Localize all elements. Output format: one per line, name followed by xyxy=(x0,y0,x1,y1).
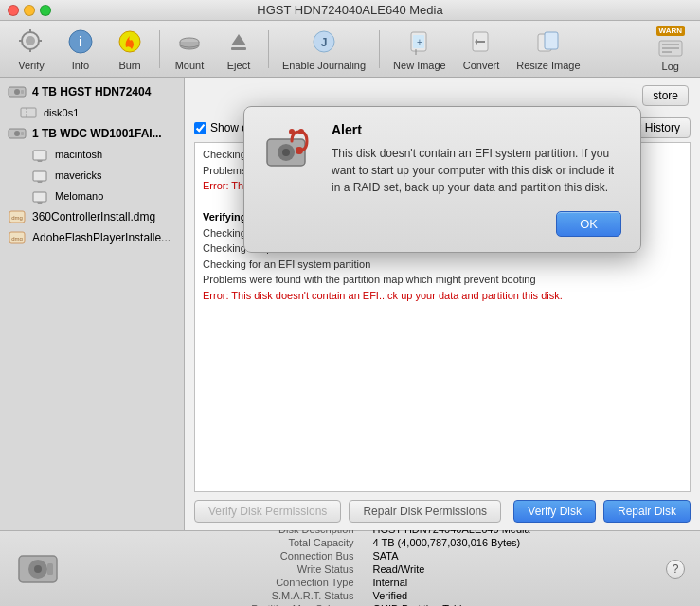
total-cap-label: Total Capacity xyxy=(76,537,354,548)
disk-icon xyxy=(8,84,27,99)
dmg-icon-adobe: dmg xyxy=(8,230,27,245)
svg-rect-35 xyxy=(33,171,46,181)
sidebar-4tb-label: 4 TB HGST HDN72404 xyxy=(32,85,151,98)
toolbar-mount[interactable]: Mount xyxy=(166,23,213,75)
svg-rect-33 xyxy=(21,132,24,135)
toolbar-new-image[interactable]: + New Image xyxy=(386,23,454,75)
sidebar-macintosh-label: macintosh xyxy=(55,149,102,160)
log-icon xyxy=(657,39,684,58)
toolbar-info[interactable]: i Info xyxy=(57,23,104,75)
svg-text:J: J xyxy=(321,36,328,49)
window-title: HGST HDN724040ALE640 Media xyxy=(257,3,442,17)
toolbar-verify[interactable]: Verify xyxy=(8,23,55,75)
sidebar-1tb-label: 1 TB WDC WD1001FAI... xyxy=(32,127,162,140)
toolbar-resize-image[interactable]: Resize Image xyxy=(509,23,587,75)
toolbar-enable-journaling[interactable]: J Enable Journaling xyxy=(275,23,373,75)
resize-image-icon xyxy=(533,27,564,57)
svg-rect-29 xyxy=(21,108,36,117)
dmg-icon-360: dmg xyxy=(8,209,27,224)
statusbar: Disk Description HGST HDN724040ALE640 Me… xyxy=(0,530,700,606)
sidebar: 4 TB HGST HDN72404 disk0s1 1 TB WDC WD10… xyxy=(0,78,185,530)
resize-image-label: Resize Image xyxy=(516,60,580,71)
mount-icon xyxy=(174,27,205,57)
partition-map-label: Partition Map Scheme xyxy=(76,603,354,607)
sidebar-adobe-label: AdobeFlashPlayerInstalle... xyxy=(32,231,171,244)
verify-label: Verify xyxy=(18,60,45,71)
svg-point-47 xyxy=(298,129,304,134)
help-button[interactable]: ? xyxy=(666,560,685,579)
alert-icon xyxy=(260,122,320,183)
eject-icon xyxy=(224,27,254,57)
new-image-label: New Image xyxy=(393,60,446,71)
wdc-disk-icon xyxy=(8,126,27,141)
close-button[interactable] xyxy=(8,5,19,16)
smart-status-label: S.M.A.R.T. Status xyxy=(76,590,354,601)
svg-point-43 xyxy=(282,149,290,156)
total-cap-value: 4 TB (4,000,787,030,016 Bytes) xyxy=(373,537,652,548)
svg-rect-21 xyxy=(545,32,558,49)
svg-marker-11 xyxy=(231,34,246,45)
svg-rect-12 xyxy=(231,47,246,50)
svg-point-50 xyxy=(34,565,42,573)
svg-text:dmg: dmg xyxy=(11,215,23,221)
svg-text:i: i xyxy=(79,34,82,49)
smart-status-value: Verified xyxy=(373,590,652,601)
burn-label: Burn xyxy=(118,60,140,71)
svg-rect-34 xyxy=(33,151,46,160)
svg-rect-51 xyxy=(47,563,53,575)
toolbar-convert[interactable]: Convert xyxy=(456,23,508,75)
log-label: Log xyxy=(662,61,679,72)
info-icon: i xyxy=(65,27,96,57)
toolbar-burn[interactable]: Burn xyxy=(106,23,153,75)
sidebar-item-macintosh[interactable]: macintosh xyxy=(0,144,184,165)
svg-rect-36 xyxy=(33,192,46,202)
svg-rect-28 xyxy=(21,90,24,94)
svg-point-46 xyxy=(289,129,295,134)
alert-overlay: Alert This disk doesn't contain an EFI s… xyxy=(185,78,700,530)
eject-label: Eject xyxy=(227,60,250,71)
alert-ok-button[interactable]: OK xyxy=(556,211,621,237)
partition-icon xyxy=(19,105,38,120)
sidebar-360controller-label: 360ControllerInstall.dmg xyxy=(32,210,155,223)
toolbar-log[interactable]: WARN Log xyxy=(649,22,692,76)
toolbar-eject[interactable]: Eject xyxy=(215,23,262,75)
toolbar-separator-3 xyxy=(379,30,380,68)
enable-journaling-icon: J xyxy=(309,27,339,57)
svg-point-1 xyxy=(26,36,35,45)
mount-label: Mount xyxy=(175,60,205,71)
conn-type-label: Connection Type xyxy=(76,577,354,588)
sidebar-item-360controller[interactable]: dmg 360ControllerInstall.dmg xyxy=(0,206,184,227)
minimize-button[interactable] xyxy=(24,5,35,16)
verify-icon xyxy=(16,27,46,57)
status-disk-icon xyxy=(15,546,61,592)
svg-text:+: + xyxy=(417,37,422,47)
sidebar-mavericks-label: mavericks xyxy=(55,169,102,181)
enable-journaling-label: Enable Journaling xyxy=(282,60,366,71)
sidebar-disk0s1-label: disk0s1 xyxy=(44,107,79,118)
sidebar-item-4tb-hgst[interactable]: 4 TB HGST HDN72404 xyxy=(0,81,184,102)
convert-icon xyxy=(466,27,496,57)
svg-text:dmg: dmg xyxy=(11,236,23,241)
sidebar-item-melomano[interactable]: Melomano xyxy=(0,186,184,206)
content-area: store Show details Clear History Checkin… xyxy=(185,78,700,530)
write-status-value: Read/Write xyxy=(373,563,652,575)
svg-point-32 xyxy=(14,131,20,136)
alert-text: Alert This disk doesn't contain an EFI s… xyxy=(332,122,621,237)
sidebar-item-1tb-wdc[interactable]: 1 TB WDC WD1001FAI... xyxy=(0,123,184,144)
sidebar-item-adobe-flash[interactable]: dmg AdobeFlashPlayerInstalle... xyxy=(0,227,184,248)
sidebar-item-mavericks[interactable]: mavericks xyxy=(0,165,184,186)
maximize-button[interactable] xyxy=(40,5,51,16)
sidebar-item-disk0s1[interactable]: disk0s1 xyxy=(0,102,184,123)
toolbar-separator-1 xyxy=(159,30,160,68)
volume-icon-mel xyxy=(30,188,49,204)
alert-title: Alert xyxy=(332,122,621,137)
svg-point-27 xyxy=(14,89,20,95)
conn-bus-value: SATA xyxy=(373,550,652,561)
write-status-label: Write Status xyxy=(76,563,354,575)
volume-icon-mac xyxy=(30,147,49,162)
window-buttons xyxy=(8,5,51,16)
alert-buttons: OK xyxy=(332,211,621,237)
log-badge: WARN xyxy=(656,26,685,36)
new-image-icon: + xyxy=(404,27,435,57)
toolbar: Verify i Info Burn Mount xyxy=(0,21,700,78)
